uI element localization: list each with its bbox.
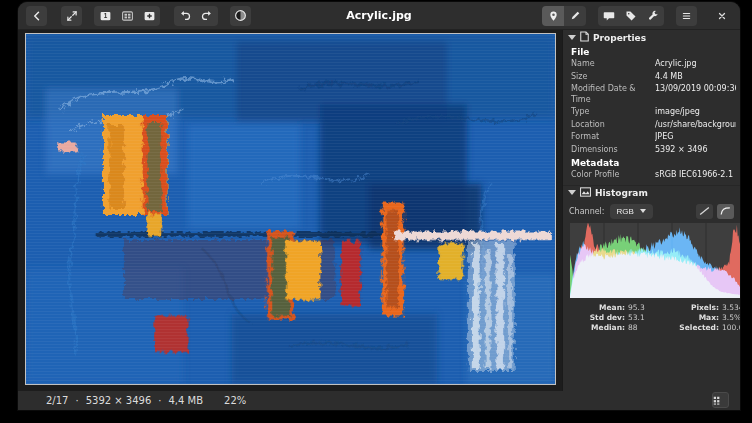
back-button[interactable] <box>26 6 47 26</box>
logarithmic-scale-button[interactable] <box>717 204 734 219</box>
comment-icon <box>603 10 615 22</box>
channel-selected-value: RGB <box>617 207 634 216</box>
stat-stddev-value: 53.1 <box>628 313 670 322</box>
histogram-chart <box>570 223 740 298</box>
stat-stddev-label: Std dev: <box>575 313 625 322</box>
zoom-original-icon: 1 <box>99 10 112 22</box>
fullscreen-button[interactable] <box>61 6 82 26</box>
zoom-fit-button[interactable] <box>116 6 138 26</box>
acrylic-painting <box>26 34 555 384</box>
stat-pixels-label: Pixels: <box>673 303 719 312</box>
stat-median-value: 88 <box>628 323 670 332</box>
zoom-in-button[interactable] <box>138 6 160 26</box>
property-row-modified: Modified Date & Time 13/09/2019 00:09:36 <box>563 83 740 106</box>
image-index: 2/17 <box>46 395 68 406</box>
toolbar-left: 1 <box>26 2 251 29</box>
image-canvas-area <box>18 30 562 391</box>
chevron-left-icon <box>31 10 43 22</box>
stat-selected-value: 100.0% <box>722 323 740 332</box>
stat-mean-label: Mean: <box>575 303 625 312</box>
rotate-right-button[interactable] <box>196 6 218 26</box>
pencil-icon <box>570 10 581 21</box>
property-row-format: Format JPEG <box>563 131 740 144</box>
menu-button[interactable] <box>676 6 697 26</box>
zoom-button-group: 1 <box>94 6 160 26</box>
edit-file-button[interactable] <box>564 6 586 26</box>
rotate-button-group <box>174 6 218 26</box>
rotate-left-icon <box>179 10 191 22</box>
grid-icon <box>713 393 722 408</box>
comment-button[interactable] <box>598 6 620 26</box>
logarithmic-scale-icon <box>720 204 731 219</box>
histogram-image-icon <box>580 187 591 199</box>
property-row-color-profile: Color Profile sRGB IEC61966-2.1 <box>563 169 740 182</box>
properties-sidebar: Properties File Name Acrylic.jpg Size 4.… <box>562 30 740 391</box>
hamburger-menu-icon <box>681 11 692 21</box>
histogram-title: Histogram <box>595 188 648 198</box>
properties-expander[interactable]: Properties <box>563 30 740 45</box>
svg-text:1: 1 <box>103 12 107 19</box>
properties-toggle-button[interactable] <box>542 6 564 26</box>
main-content: Properties File Name Acrylic.jpg Size 4.… <box>18 30 740 391</box>
property-row-name: Name Acrylic.jpg <box>563 58 740 71</box>
zoom-fit-icon <box>121 10 134 22</box>
adjust-colors-icon <box>234 9 247 22</box>
toolbar-right <box>542 2 732 29</box>
channel-label: Channel: <box>569 207 605 216</box>
statusbar: 2/17 · 5392 × 3496 · 4,4 MB 22% <box>18 391 740 410</box>
displayed-image <box>25 33 556 385</box>
properties-doc-icon <box>580 31 589 44</box>
metadata-section-heading: Metadata <box>563 156 740 169</box>
statusbar-separator: · <box>158 395 161 406</box>
property-row-dimensions: Dimensions 5392 × 3496 <box>563 144 740 157</box>
image-viewer-window: 1 <box>18 2 740 410</box>
tags-button[interactable] <box>620 6 642 26</box>
properties-title: Properties <box>593 33 646 43</box>
zoom-in-icon <box>143 10 156 22</box>
tag-icon <box>625 10 637 22</box>
property-row-location: Location /usr/share/background… <box>563 119 740 132</box>
linear-scale-icon <box>699 204 710 219</box>
fullscreen-icon <box>66 10 78 22</box>
chevron-down-icon <box>640 209 646 213</box>
expander-triangle-icon <box>568 190 576 195</box>
location-pin-icon <box>548 10 559 22</box>
annotate-group <box>598 6 664 26</box>
tools-button[interactable] <box>642 6 664 26</box>
wrench-icon <box>647 10 659 22</box>
channel-dropdown[interactable]: RGB <box>610 204 653 219</box>
headerbar: 1 <box>18 2 740 30</box>
stat-max-value: 3.5% <box>722 313 740 322</box>
linear-scale-button[interactable] <box>696 204 713 219</box>
property-row-type: Type image/jpeg <box>563 106 740 119</box>
zoom-original-button[interactable]: 1 <box>94 6 116 26</box>
stat-max-label: Max: <box>673 313 719 322</box>
file-section-heading: File <box>563 45 740 58</box>
stat-mean-value: 95.3 <box>628 303 670 312</box>
channel-row: Channel: RGB <box>563 200 740 222</box>
adjust-colors-button[interactable] <box>230 6 251 26</box>
stat-pixels-value: 3.534.456 <box>722 303 740 312</box>
close-button[interactable] <box>711 6 732 26</box>
histogram-scale-buttons <box>696 204 734 219</box>
view-edit-group <box>542 6 586 26</box>
stat-selected-label: Selected: <box>673 323 719 332</box>
zoom-level: 22% <box>224 395 246 406</box>
stat-median-label: Median: <box>575 323 625 332</box>
histogram-stats: Mean: 95.3 Pixels: 3.534.456 Std dev: 53… <box>563 298 740 332</box>
property-row-size: Size 4.4 MB <box>563 71 740 84</box>
histogram-expander[interactable]: Histogram <box>563 185 740 200</box>
close-icon <box>717 11 727 21</box>
rotate-left-button[interactable] <box>174 6 196 26</box>
expander-triangle-icon <box>568 35 576 40</box>
rotate-right-icon <box>201 10 213 22</box>
desktop-background: 1 <box>0 0 752 423</box>
show-browser-button[interactable] <box>712 392 729 408</box>
statusbar-separator: · <box>75 395 78 406</box>
image-dimensions: 5392 × 3496 <box>86 395 152 406</box>
image-file-size: 4,4 MB <box>168 395 203 406</box>
